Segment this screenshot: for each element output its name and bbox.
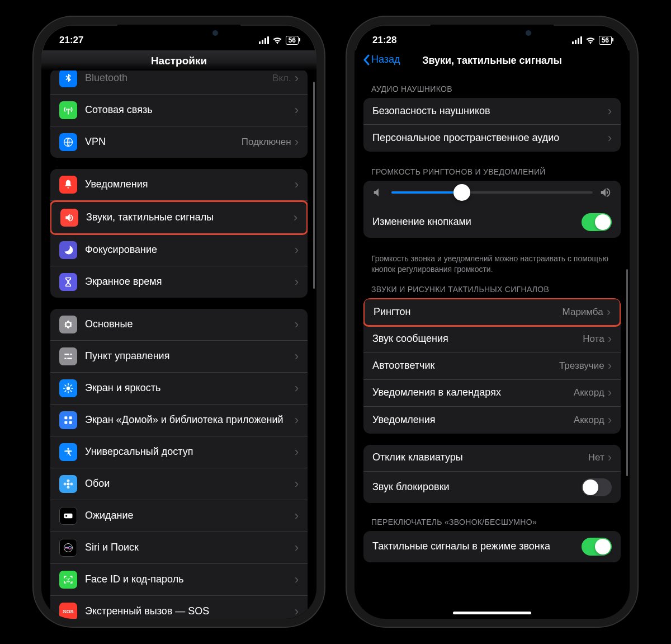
row-reminder-alerts[interactable]: УведомленияАккорд› xyxy=(363,407,621,434)
chevron-right-icon: › xyxy=(608,414,612,426)
svg-rect-2 xyxy=(64,416,67,419)
chevron-right-icon: › xyxy=(608,452,612,464)
row-value: Подключен xyxy=(242,137,291,148)
row-label: Тактильные сигналы в режиме звонка xyxy=(372,540,582,553)
nav-header: Назад Звуки, тактильные сигналы xyxy=(355,50,630,73)
notch xyxy=(431,25,554,43)
chevron-right-icon: › xyxy=(295,605,299,618)
row-voicemail[interactable]: АвтоответчикТрезвучие› xyxy=(363,353,621,380)
chevron-right-icon: › xyxy=(295,276,299,288)
row-value: Вкл. xyxy=(272,73,291,84)
wifi-icon xyxy=(585,36,596,44)
row-label: Bluetooth xyxy=(85,72,272,84)
row-label: Экранное время xyxy=(85,276,295,288)
row-spatial-audio[interactable]: Персональное пространственное аудио› xyxy=(363,125,621,152)
gear-icon xyxy=(59,316,77,333)
row-lock-sound[interactable]: Звук блокировки xyxy=(363,472,621,503)
brightness-icon xyxy=(59,379,77,397)
row-siri[interactable]: Siri и Поиск› xyxy=(50,532,308,564)
row-sounds[interactable]: Звуки, тактильные сигналы› xyxy=(50,200,308,235)
moon-icon xyxy=(59,241,77,259)
group-ring-silent: Тактильные сигналы в режиме звонка xyxy=(363,531,621,562)
siri-icon xyxy=(59,539,77,557)
svg-point-1 xyxy=(67,387,70,391)
chevron-right-icon: › xyxy=(608,360,612,372)
row-vpn[interactable]: VPNПодключен› xyxy=(50,126,308,158)
row-bluetooth[interactable]: BluetoothВкл.› xyxy=(50,70,308,95)
scroll-indicator[interactable] xyxy=(626,269,628,476)
signal-icon xyxy=(259,36,269,44)
home-indicator[interactable] xyxy=(453,612,531,614)
row-ringtone[interactable]: РингтонМаримба› xyxy=(363,298,621,327)
accessibility-icon xyxy=(59,443,77,461)
row-homescreen[interactable]: Экран «Домой» и библиотека приложений› xyxy=(50,405,308,436)
svg-point-7 xyxy=(67,483,70,486)
row-accessibility[interactable]: Универсальный доступ› xyxy=(50,436,308,468)
row-screentime[interactable]: Экранное время› xyxy=(50,266,308,298)
row-sos[interactable]: SOSЭкстренный вызов — SOS› xyxy=(50,596,308,619)
flower-icon xyxy=(59,475,77,493)
row-label: Пункт управления xyxy=(85,350,295,363)
speaker-icon xyxy=(60,209,78,227)
faceid-icon xyxy=(59,571,77,589)
group-volume: Изменение кнопками xyxy=(363,181,621,238)
row-label: Основные xyxy=(85,318,295,331)
toggle[interactable] xyxy=(582,478,612,496)
section-footer-volume: Громкость звонка и уведомлений можно нас… xyxy=(360,249,624,277)
grid-icon xyxy=(59,411,77,429)
row-label: Звук сообщения xyxy=(372,333,583,345)
scroll-indicator[interactable] xyxy=(313,82,315,289)
toggle-change-buttons[interactable] xyxy=(582,213,612,231)
hourglass-icon xyxy=(59,273,77,291)
volume-slider[interactable] xyxy=(391,191,593,194)
chevron-right-icon: › xyxy=(295,136,299,148)
chevron-right-icon: › xyxy=(608,132,612,144)
row-cellular[interactable]: Сотовая связь› xyxy=(50,95,308,126)
nav-header: Настройки xyxy=(41,50,316,70)
row-standby[interactable]: Ожидание› xyxy=(50,500,308,532)
svg-point-16 xyxy=(69,579,70,580)
row-label: Экран «Домой» и библиотека приложений xyxy=(85,414,295,426)
row-general[interactable]: Основные› xyxy=(50,309,308,341)
row-display[interactable]: Экран и яркость› xyxy=(50,373,308,405)
row-calendar-alerts[interactable]: Уведомления в календаряхАккорд› xyxy=(363,380,621,407)
svg-point-6 xyxy=(67,448,69,450)
row-focus[interactable]: Фокусирование› xyxy=(50,234,308,266)
chevron-right-icon: › xyxy=(295,178,299,191)
row-value: Нота xyxy=(583,333,604,345)
row-control-center[interactable]: Пункт управления› xyxy=(50,341,308,373)
row-label: Экран и яркость xyxy=(85,382,295,394)
row-label: Звуки, тактильные сигналы xyxy=(86,211,294,224)
section-header-sounds: ЗВУКИ И РИСУНКИ ТАКТИЛЬНЫХ СИГНАЛОВ xyxy=(360,277,624,298)
row-faceid[interactable]: Face ID и код-пароль› xyxy=(50,564,308,596)
signal-icon xyxy=(572,36,582,44)
chevron-right-icon: › xyxy=(608,105,612,117)
svg-rect-4 xyxy=(64,421,67,424)
row-change-with-buttons[interactable]: Изменение кнопками xyxy=(363,206,621,238)
row-label: Рингтон xyxy=(374,306,563,318)
chevron-right-icon: › xyxy=(295,510,299,522)
toggle-haptic-ring[interactable] xyxy=(582,538,612,556)
row-headphone-safety[interactable]: Безопасность наушников› xyxy=(363,98,621,125)
row-label: Безопасность наушников xyxy=(372,105,608,117)
volume-low-icon xyxy=(372,186,385,199)
row-text-tone[interactable]: Звук сообщенияНота› xyxy=(363,326,621,353)
page-title: Звуки, тактильные сигналы xyxy=(365,55,620,67)
row-label: Отклик клавиатуры xyxy=(372,452,588,464)
page-title: Настройки xyxy=(51,55,306,67)
bell-icon xyxy=(59,176,77,194)
row-label: Сотовая связь xyxy=(85,104,295,116)
row-notifications[interactable]: Уведомления› xyxy=(50,169,308,201)
row-value: Аккорд xyxy=(574,415,604,426)
row-keyboard-feedback[interactable]: Отклик клавиатурыНет› xyxy=(363,445,621,472)
row-wallpaper[interactable]: Обои› xyxy=(50,468,308,500)
svg-text:SOS: SOS xyxy=(63,609,73,614)
row-haptic-ring[interactable]: Тактильные сигналы в режиме звонка xyxy=(363,531,621,562)
svg-rect-5 xyxy=(69,421,72,424)
chevron-right-icon: › xyxy=(295,350,299,363)
chevron-right-icon: › xyxy=(295,104,299,116)
chevron-left-icon xyxy=(362,54,370,65)
row-label: Уведомления xyxy=(372,414,574,426)
row-label: Автоответчик xyxy=(372,360,559,372)
back-button[interactable]: Назад xyxy=(362,54,400,65)
